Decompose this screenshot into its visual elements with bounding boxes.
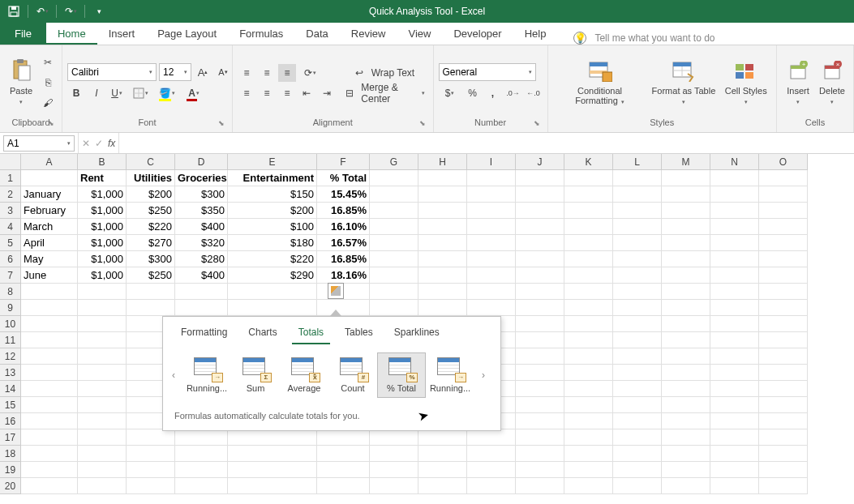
increase-font-button[interactable]: A▴ [194,63,212,81]
cell[interactable]: Utilities [127,170,175,186]
tab-formulas[interactable]: Formulas [228,23,294,45]
cell[interactable] [613,251,662,267]
cell[interactable] [78,332,127,348]
row-header-7[interactable]: 7 [0,267,21,284]
cell[interactable] [418,219,467,235]
cell[interactable] [613,429,662,446]
cell[interactable] [418,478,467,494]
row-header-2[interactable]: 2 [0,186,21,203]
cell[interactable] [613,462,662,478]
cell[interactable]: $400 [175,219,228,235]
cell[interactable] [516,300,564,316]
quick-analysis-button[interactable] [328,283,344,299]
row-header-14[interactable]: 14 [0,381,21,397]
cell[interactable] [228,300,317,316]
cell[interactable] [613,332,662,348]
select-all-corner[interactable] [0,154,21,170]
cell[interactable] [516,284,564,300]
accounting-format-button[interactable]: $▾ [439,84,461,102]
cell[interactable] [613,348,662,365]
cell[interactable] [662,170,710,186]
tab-page-layout[interactable]: Page Layout [146,23,228,45]
align-bottom-button[interactable]: ≡ [278,64,296,82]
cell[interactable] [662,316,710,332]
cell[interactable] [370,219,418,235]
row-header-11[interactable]: 11 [0,332,21,348]
number-dialog-launcher[interactable]: ⬊ [533,119,541,127]
alignment-dialog-launcher[interactable]: ⬊ [418,119,427,127]
cell[interactable] [467,203,516,219]
cell[interactable] [759,365,808,381]
cell[interactable] [662,251,710,267]
cell[interactable] [710,267,759,284]
cell[interactable] [467,267,516,284]
qa-item-average[interactable]: x̄Average [280,352,328,398]
cell[interactable] [662,413,710,429]
row-header-17[interactable]: 17 [0,429,21,446]
cell[interactable] [759,462,808,478]
cell[interactable] [418,235,467,251]
tab-data[interactable]: Data [294,23,339,45]
cell[interactable] [710,429,759,446]
cell[interactable] [78,300,127,316]
cell[interactable] [21,300,78,316]
tab-view[interactable]: View [397,23,442,45]
cell[interactable] [759,348,808,365]
cell[interactable] [21,170,78,186]
tab-review[interactable]: Review [340,23,397,45]
copy-button[interactable]: ⎘ [39,74,57,92]
redo-button[interactable]: ↷▾ [62,2,79,20]
cell[interactable] [759,300,808,316]
cell[interactable] [564,365,613,381]
cell[interactable] [21,478,78,494]
cell[interactable] [710,348,759,365]
cell[interactable] [710,300,759,316]
row-header-18[interactable]: 18 [0,446,21,462]
cell[interactable] [516,348,564,365]
cell[interactable]: 16.85% [317,251,370,267]
cell[interactable] [662,381,710,397]
cell[interactable] [662,348,710,365]
cell[interactable] [759,203,808,219]
cell-styles-button[interactable]: Cell Styles ▾ [720,57,771,109]
qa-tab-tables[interactable]: Tables [338,323,380,344]
cell[interactable] [662,300,710,316]
row-header-10[interactable]: 10 [0,316,21,332]
cell[interactable] [21,365,78,381]
cell[interactable]: 16.85% [317,203,370,219]
cell[interactable] [613,446,662,462]
cell[interactable] [759,284,808,300]
align-right-button[interactable]: ≡ [278,84,296,102]
cell[interactable]: March [21,219,78,235]
cell[interactable]: January [21,186,78,203]
cell[interactable] [564,284,613,300]
cell[interactable] [516,446,564,462]
cell[interactable] [467,284,516,300]
font-size-combo[interactable]: 12▾ [159,63,191,81]
cell[interactable] [78,429,127,446]
cell[interactable] [710,235,759,251]
cell[interactable] [662,332,710,348]
fill-color-button[interactable]: 🪣▾ [155,84,179,102]
cell[interactable] [516,365,564,381]
cell[interactable] [710,462,759,478]
cell[interactable] [370,170,418,186]
wrap-text-button[interactable]: ↩ Wrap Text [342,64,428,82]
cell[interactable] [564,203,613,219]
cell[interactable] [467,251,516,267]
cell[interactable] [710,413,759,429]
cell[interactable]: $1,000 [78,251,127,267]
cell[interactable] [370,429,418,446]
cell[interactable] [516,332,564,348]
cell[interactable] [78,284,127,300]
qa-next-button[interactable]: › [478,369,489,381]
tab-developer[interactable]: Developer [442,23,513,45]
row-header-13[interactable]: 13 [0,365,21,381]
col-header-F[interactable]: F [317,154,370,170]
cell[interactable] [21,348,78,365]
cell[interactable] [175,478,228,494]
cell[interactable] [759,235,808,251]
cell[interactable] [662,186,710,203]
cell[interactable]: $200 [127,186,175,203]
cell[interactable] [516,267,564,284]
